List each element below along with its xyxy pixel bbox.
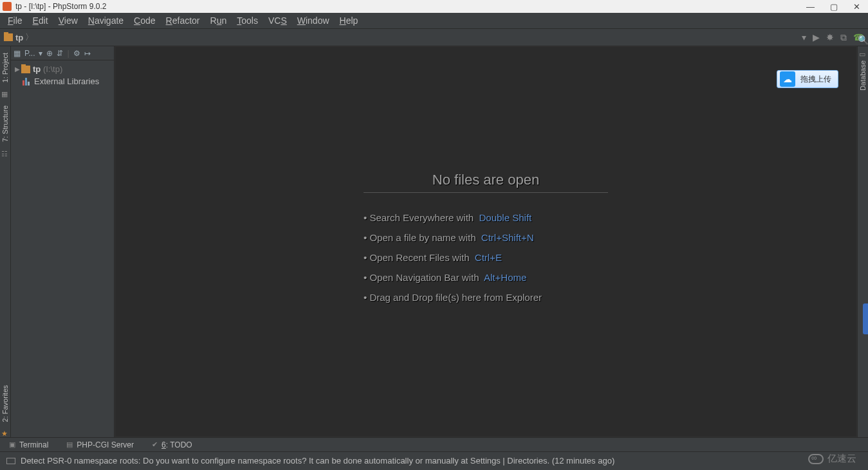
project-view-icon[interactable]: ▦ — [14, 49, 21, 58]
external-libs-label: External Libraries — [34, 77, 99, 86]
toolwindow-terminal[interactable]: ▣ Terminal — [9, 440, 48, 449]
hide-icon[interactable]: ↦ — [84, 49, 91, 58]
tree-root-label: tp (I:\tp) — [33, 64, 62, 74]
database-icon: ▭ — [859, 50, 867, 58]
main-area: 1: Project ▦ 7: Structure ☷ 2: Favorites… — [0, 46, 868, 437]
minimize-button[interactable]: — — [806, 2, 815, 12]
maximize-button[interactable]: ▢ — [830, 2, 838, 12]
window-title: tp - [I:\tp] - PhpStorm 9.0.2 — [15, 2, 106, 11]
menu-edit[interactable]: Edit — [28, 14, 53, 27]
toolwindow-project-tab[interactable]: 1: Project — [1, 50, 9, 85]
toolwindow-favorites-tab[interactable]: 2: Favorites — [1, 383, 9, 424]
tree-external-libraries[interactable]: External Libraries — [12, 75, 113, 87]
collapse-all-icon[interactable]: ⇵ — [57, 49, 63, 58]
expand-arrow-icon[interactable]: ▶ — [15, 66, 20, 73]
right-toolwindow-bar: ▭ Database — [857, 46, 868, 437]
upload-label: 拖拽上传 — [800, 74, 831, 85]
libraries-icon — [23, 78, 32, 86]
titlebar: tp - [I:\tp] - PhpStorm 9.0.2 — ▢ ✕ — [0, 0, 868, 13]
scroll-from-source-icon[interactable]: ⊕ — [46, 49, 53, 58]
toolwindow-database-tab[interactable]: Database — [859, 58, 867, 93]
terminal-label: Terminal — [19, 440, 48, 449]
menu-view[interactable]: View — [53, 14, 83, 27]
toolwindow-structure-tab[interactable]: 7: Structure — [1, 103, 9, 145]
run-icon[interactable]: ▶ — [813, 32, 820, 42]
settings-gear-icon[interactable]: ⚙ — [73, 49, 80, 58]
statusbar: Detect PSR-0 namespace roots: Do you wan… — [0, 451, 868, 469]
menubar: File Edit View Navigate Code Refactor Ru… — [0, 13, 868, 29]
menu-file[interactable]: File — [3, 14, 28, 27]
menu-help[interactable]: Help — [335, 14, 364, 27]
hint-drag-drop: • Drag and Drop file(s) here from Explor… — [364, 292, 608, 303]
todo-icon: ✔ — [152, 440, 158, 449]
left-toolwindow-bar: 1: Project ▦ 7: Structure ☷ 2: Favorites… — [0, 46, 11, 437]
hint-recent-files: • Open Recent Files with Ctrl+E — [364, 252, 608, 263]
project-title: P... — [24, 49, 35, 58]
menu-navigate[interactable]: Navigate — [83, 14, 129, 27]
folder-icon — [4, 33, 13, 41]
welcome-heading: No files are open — [364, 172, 608, 193]
debug-icon[interactable]: ✸ — [826, 32, 834, 42]
search-icon[interactable]: 🔍 — [858, 33, 868, 46]
bottom-toolwindow-bar: ▣ Terminal ▤ PHP-CGI Server ✔ 6: TODO — [0, 437, 868, 451]
hint-nav-bar: • Open Navigation Bar with Alt+Home — [364, 272, 608, 283]
project-small-icon: ▦ — [1, 90, 9, 98]
upload-badge[interactable]: ☁ 拖拽上传 — [777, 70, 838, 88]
toolwindows-toggle-icon[interactable] — [6, 458, 15, 464]
right-handle[interactable] — [863, 303, 868, 334]
folder-icon — [21, 66, 30, 73]
editor-area[interactable]: No files are open • Search Everywhere wi… — [115, 46, 857, 437]
favorites-star-icon: ★ — [1, 429, 9, 437]
cloud-upload-icon: ☁ — [780, 71, 795, 87]
welcome-panel: No files are open • Search Everywhere wi… — [364, 172, 608, 312]
tree-root-node[interactable]: ▶ tp (I:\tp) — [12, 63, 113, 75]
menu-tools[interactable]: Tools — [232, 14, 263, 27]
phpstorm-icon — [3, 2, 12, 11]
menu-run[interactable]: Run — [205, 14, 232, 27]
navigation-bar[interactable]: tp 〉 ▾ ▶ ✸ ⧉ ☎ — [0, 29, 868, 46]
toolwindow-php-cgi[interactable]: ▤ PHP-CGI Server — [66, 440, 134, 449]
window-controls: — ▢ ✕ — [806, 2, 865, 12]
menu-vcs[interactable]: VCS — [263, 14, 292, 27]
todo-label: 6: TODO — [162, 440, 192, 449]
breadcrumb-sep: 〉 — [25, 32, 33, 43]
structure-small-icon: ☷ — [1, 150, 9, 158]
project-toolbar: ▦ P... ▾ ⊕ ⇵ | ⚙ ↦ — [11, 46, 114, 60]
menu-refactor[interactable]: Refactor — [161, 14, 205, 27]
coverage-icon[interactable]: ⧉ — [840, 32, 847, 43]
run-toolbar: ▾ ▶ ✸ ⧉ ☎ — [802, 32, 864, 43]
php-icon: ▤ — [66, 440, 73, 449]
project-toolwindow: ▦ P... ▾ ⊕ ⇵ | ⚙ ↦ ▶ tp (I:\tp) External… — [11, 46, 115, 437]
close-button[interactable]: ✕ — [853, 2, 860, 12]
project-dropdown-icon[interactable]: ▾ — [39, 49, 42, 58]
terminal-icon: ▣ — [9, 440, 15, 449]
run-config-dropdown-icon[interactable]: ▾ — [802, 32, 806, 42]
breadcrumb-root[interactable]: tp — [15, 33, 23, 42]
hint-search-everywhere: • Search Everywhere with Double Shift — [364, 212, 608, 223]
php-cgi-label: PHP-CGI Server — [77, 440, 134, 449]
menu-code[interactable]: Code — [129, 14, 160, 27]
toolwindow-todo[interactable]: ✔ 6: TODO — [152, 440, 192, 449]
menu-window[interactable]: Window — [292, 14, 335, 27]
project-tree[interactable]: ▶ tp (I:\tp) External Libraries — [11, 60, 114, 90]
hint-open-file: • Open a file by name with Ctrl+Shift+N — [364, 232, 608, 243]
status-message[interactable]: Detect PSR-0 namespace roots: Do you wan… — [21, 456, 614, 465]
